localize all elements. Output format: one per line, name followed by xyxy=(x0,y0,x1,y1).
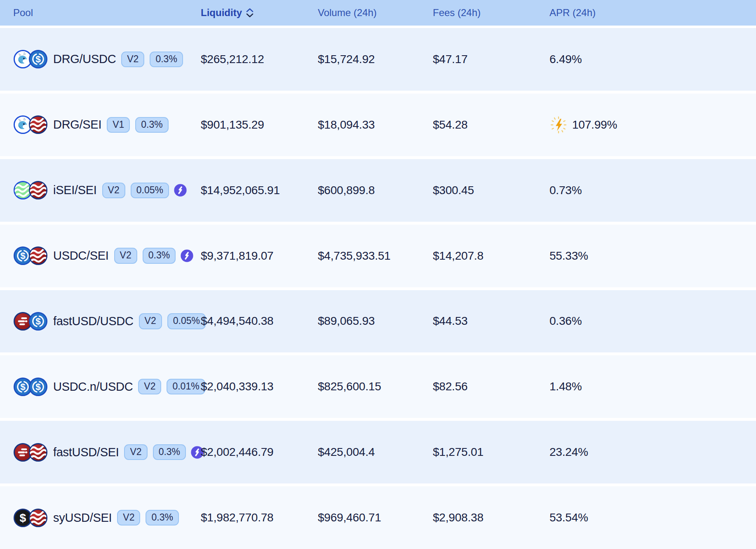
fee-tier-badge: 0.3% xyxy=(143,248,176,263)
sei-token-icon xyxy=(28,443,48,462)
apr-value: 0.73% xyxy=(549,184,582,197)
boosted-apr-bolt-icon xyxy=(549,116,568,134)
pool-name: fastUSD/SEI xyxy=(53,446,119,459)
apr-value: 107.99% xyxy=(572,118,617,131)
sei-token-icon xyxy=(28,508,48,528)
fees-value: $2,908.38 xyxy=(433,511,549,524)
volume-value: $15,724.92 xyxy=(318,53,433,66)
fee-tier-badge: 0.3% xyxy=(150,52,183,67)
apr-value: 6.49% xyxy=(549,53,582,66)
token-pair-icons xyxy=(13,443,48,462)
apr-cell: 107.99% xyxy=(549,116,756,134)
token-pair-icons xyxy=(13,115,48,134)
pool-cell: fastUSD/SEI V2 0.3% xyxy=(13,443,201,462)
pool-name: DRG/SEI xyxy=(53,118,101,131)
pool-row-drg-sei[interactable]: DRG/SEI V1 0.3% $901,135.29 $18,094.33 $… xyxy=(0,94,756,156)
sort-up-down-icon[interactable] xyxy=(246,8,254,18)
fee-tier-badge: 0.3% xyxy=(153,444,186,460)
fees-value: $47.17 xyxy=(433,53,549,66)
pool-row-fastusd-sei[interactable]: fastUSD/SEI V2 0.3% $2,002,446.79 $425,0… xyxy=(0,421,756,483)
liquidity-value: $265,212.12 xyxy=(201,53,318,66)
pool-cell: iSEI/SEI V2 0.05% xyxy=(13,181,201,200)
liquidity-value: $1,982,770.78 xyxy=(201,511,318,524)
volume-header-label: Volume (24h) xyxy=(318,7,377,19)
usdc-token-icon xyxy=(28,312,48,331)
pool-cell: syUSD/SEI V2 0.3% xyxy=(13,508,201,528)
version-badge: V2 xyxy=(102,183,125,198)
pool-cell: fastUSD/USDC V2 0.05% xyxy=(13,312,201,331)
fee-tier-badge: 0.3% xyxy=(135,117,168,133)
pool-name: USDC/SEI xyxy=(53,249,109,263)
liquidity-header-label: Liquidity xyxy=(201,7,242,19)
volume-value: $4,735,933.51 xyxy=(318,249,433,263)
pool-cell: USDC/SEI V2 0.3% xyxy=(13,246,201,265)
pool-name: syUSD/SEI xyxy=(53,511,112,525)
version-badge: V2 xyxy=(114,248,137,263)
apr-header-label: APR (24h) xyxy=(549,7,596,19)
apr-value: 53.54% xyxy=(549,511,588,524)
pool-cell: DRG/USDC V2 0.3% xyxy=(13,49,201,69)
fees-value: $14,207.8 xyxy=(433,249,549,263)
pool-name: iSEI/SEI xyxy=(53,183,97,197)
fee-tier-badge: 0.05% xyxy=(131,183,169,198)
table-body: DRG/USDC V2 0.3% $265,212.12 $15,724.92 … xyxy=(0,26,756,549)
apr-cell: 0.73% xyxy=(549,184,756,197)
pool-row-usdcn-usdc[interactable]: USDC.n/USDC V2 0.01% $2,040,339.13 $825,… xyxy=(0,355,756,418)
apr-cell: 6.49% xyxy=(549,53,756,66)
apr-value: 55.33% xyxy=(549,249,588,263)
sei-token-icon xyxy=(28,181,48,200)
fees-value: $82.56 xyxy=(433,380,549,393)
apr-cell: 0.36% xyxy=(549,314,756,328)
pool-row-drg-usdc[interactable]: DRG/USDC V2 0.3% $265,212.12 $15,724.92 … xyxy=(0,28,756,91)
apr-cell: 53.54% xyxy=(549,511,756,524)
fees-value: $54.28 xyxy=(433,118,549,131)
token-pair-icons xyxy=(13,508,48,528)
table-header: Pool Liquidity Volume (24h) Fees (24h) A… xyxy=(0,0,756,26)
pool-cell: DRG/SEI V1 0.3% xyxy=(13,115,201,134)
liquidity-value: $4,494,540.38 xyxy=(201,314,318,328)
token-pair-icons xyxy=(13,246,48,265)
version-badge: V2 xyxy=(139,313,162,329)
pool-header-label: Pool xyxy=(13,7,33,19)
incentive-token-icon xyxy=(174,183,187,197)
apr-value: 23.24% xyxy=(549,446,588,459)
column-header-apr[interactable]: APR (24h) xyxy=(549,7,756,19)
liquidity-value: $2,002,446.79 xyxy=(201,446,318,459)
pool-row-syusd-sei[interactable]: syUSD/SEI V2 0.3% $1,982,770.78 $969,460… xyxy=(0,486,756,549)
liquidity-value: $901,135.29 xyxy=(201,118,318,131)
fee-tier-badge: 0.01% xyxy=(167,379,205,394)
pools-table: Pool Liquidity Volume (24h) Fees (24h) A… xyxy=(0,0,756,549)
pool-row-isei-sei[interactable]: iSEI/SEI V2 0.05% $14,952,065.91 $600,89… xyxy=(0,159,756,222)
pool-name: USDC.n/USDC xyxy=(53,380,133,394)
apr-cell: 23.24% xyxy=(549,446,756,459)
volume-value: $825,600.15 xyxy=(318,380,433,393)
pool-name: fastUSD/USDC xyxy=(53,314,134,328)
token-pair-icons xyxy=(13,312,48,331)
version-badge: V2 xyxy=(124,444,147,460)
sei-token-icon xyxy=(28,246,48,265)
incentive-token-icon xyxy=(180,249,194,263)
volume-value: $18,094.33 xyxy=(318,118,433,131)
volume-value: $425,004.4 xyxy=(318,446,433,459)
column-header-liquidity[interactable]: Liquidity xyxy=(201,7,318,19)
token-pair-icons xyxy=(13,181,48,200)
apr-value: 0.36% xyxy=(549,314,582,328)
version-badge: V2 xyxy=(117,510,140,526)
column-header-pool: Pool xyxy=(13,7,201,19)
version-badge: V2 xyxy=(121,52,144,67)
fee-tier-badge: 0.05% xyxy=(167,313,206,329)
sei-token-icon xyxy=(28,115,48,134)
fees-value: $300.45 xyxy=(433,184,549,197)
pool-row-fastusd-usdc[interactable]: fastUSD/USDC V2 0.05% $4,494,540.38 $89,… xyxy=(0,290,756,353)
pool-row-usdc-sei[interactable]: USDC/SEI V2 0.3% $9,371,819.07 $4,735,93… xyxy=(0,225,756,287)
version-badge: V1 xyxy=(107,117,130,133)
fees-header-label: Fees (24h) xyxy=(433,7,481,19)
liquidity-value: $2,040,339.13 xyxy=(201,380,318,393)
liquidity-value: $9,371,819.07 xyxy=(201,249,318,263)
column-header-volume[interactable]: Volume (24h) xyxy=(318,7,433,19)
column-header-fees[interactable]: Fees (24h) xyxy=(433,7,549,19)
liquidity-value: $14,952,065.91 xyxy=(201,184,318,197)
volume-value: $969,460.71 xyxy=(318,511,433,524)
apr-value: 1.48% xyxy=(549,380,582,393)
volume-value: $89,065.93 xyxy=(318,314,433,328)
